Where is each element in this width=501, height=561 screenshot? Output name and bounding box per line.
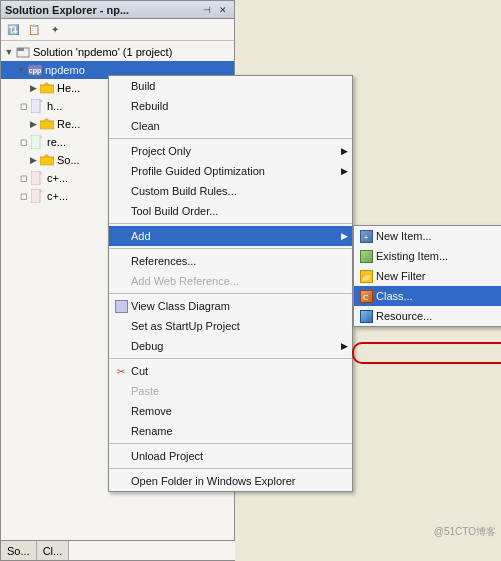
menu-add-label: Add [131,230,151,242]
add-submenu: + New Item... Existing Item... 📁 New Fil… [353,225,501,327]
se-toolbar: 🔃 📋 ✦ [1,19,234,41]
menu-view-class-diagram-label: View Class Diagram [131,300,230,312]
view-class-diagram-icon [113,298,129,314]
resource-icon [358,308,374,324]
se-tab-solution[interactable]: So... [1,541,37,560]
cut-icon: ✂ [113,363,129,379]
menu-debug-label: Debug [131,340,163,352]
menu-item-rename[interactable]: Rename [109,421,352,441]
se-tab-class[interactable]: Cl... [37,541,70,560]
solution-node[interactable]: ▼ Solution 'npdemo' (1 project) [1,43,234,61]
add-arrow: ▶ [341,231,348,241]
menu-build-label: Build [131,80,155,92]
file-he-icon [29,98,45,114]
solution-label: Solution 'npdemo' (1 project) [33,46,172,58]
svg-marker-7 [40,135,43,138]
svg-text:cpp: cpp [29,67,41,75]
menu-item-tool-build[interactable]: Tool Build Order... [109,201,352,221]
menu-project-only-label: Project Only [131,145,191,157]
se-bottom-tabs: So... Cl... [1,540,236,560]
project-label: npdemo [45,64,85,76]
se-title-text: Solution Explorer - np... [5,4,129,16]
submenu-class[interactable]: C Class... [354,286,501,306]
watermark: @51CTO博客 [434,525,496,539]
se-titlebar: Solution Explorer - np... ⊣ ✕ [1,1,234,19]
menu-custom-build-label: Custom Build Rules... [131,185,237,197]
menu-item-unload[interactable]: Unload Project [109,446,352,466]
submenu-resource[interactable]: Resource... [354,306,501,326]
menu-set-startup-label: Set as StartUp Project [131,320,240,332]
menu-item-clean[interactable]: Clean [109,116,352,136]
menu-item-references[interactable]: References... [109,251,352,271]
menu-item-rebuild[interactable]: Rebuild [109,96,352,116]
svg-rect-10 [31,189,40,203]
menu-rebuild-label: Rebuild [131,100,168,112]
menu-item-pgo[interactable]: Profile Guided Optimization ▶ [109,161,352,181]
menu-item-project-only[interactable]: Project Only ▶ [109,141,352,161]
new-item-label: New Item... [376,230,432,242]
menu-rename-label: Rename [131,425,173,437]
folder-re-expander[interactable]: ▶ [27,119,39,129]
solution-expander[interactable]: ▼ [3,47,15,57]
context-menu: Build Rebuild Clean Project Only ▶ Profi… [108,75,353,492]
menu-references-label: References... [131,255,196,267]
menu-open-folder-label: Open Folder in Windows Explorer [131,475,295,487]
project-expander[interactable]: ▼ [15,65,27,75]
submenu-new-filter[interactable]: 📁 New Filter [354,266,501,286]
existing-item-icon [358,248,374,264]
submenu-new-item[interactable]: + New Item... [354,226,501,246]
se-close-button[interactable]: ✕ [216,3,230,17]
menu-item-remove[interactable]: Remove [109,401,352,421]
folder-re-icon [39,116,55,132]
submenu-existing-item[interactable]: Existing Item... [354,246,501,266]
menu-item-build[interactable]: Build [109,76,352,96]
separator-1 [109,138,352,139]
separator-7 [109,468,352,469]
solution-icon [15,44,31,60]
separator-4 [109,293,352,294]
file-he-label: h... [47,100,62,112]
menu-item-add-web-ref: Add Web Reference... [109,271,352,291]
folder-he-expander[interactable]: ▶ [27,83,39,93]
svg-rect-6 [31,135,40,149]
existing-item-label: Existing Item... [376,250,448,262]
new-filter-icon: 📁 [358,268,374,284]
menu-item-open-folder[interactable]: Open Folder in Windows Explorer [109,471,352,491]
se-pin-button[interactable]: ⊣ [200,3,214,17]
new-filter-label: New Filter [376,270,426,282]
file-so-icon2 [29,188,45,204]
separator-2 [109,223,352,224]
resource-label: Resource... [376,310,432,322]
debug-arrow: ▶ [341,341,348,351]
menu-item-view-class-diagram[interactable]: View Class Diagram [109,296,352,316]
svg-marker-5 [40,99,43,102]
folder-re-sub-exp[interactable]: ◻ [17,137,29,147]
menu-item-cut[interactable]: ✂ Cut [109,361,352,381]
project-icon: cpp [27,62,43,78]
menu-item-set-startup[interactable]: Set as StartUp Project [109,316,352,336]
menu-cut-label: Cut [131,365,148,377]
class-icon: C [358,288,374,304]
file-so-label1: c+... [47,172,68,184]
menu-item-paste: Paste [109,381,352,401]
new-item-icon: + [358,228,374,244]
folder-he-sub-exp[interactable]: ◻ [17,101,29,111]
menu-item-debug[interactable]: Debug ▶ [109,336,352,356]
new-icon[interactable]: ✦ [45,21,65,39]
menu-unload-label: Unload Project [131,450,203,462]
se-title-icons: ⊣ ✕ [200,3,230,17]
folder-re-label: Re... [57,118,80,130]
properties-icon[interactable]: 📋 [24,21,44,39]
menu-tool-build-label: Tool Build Order... [131,205,218,217]
file-so-icon1 [29,170,45,186]
menu-item-add[interactable]: Add ▶ + New Item... Existing Item... [109,226,352,246]
folder-he-icon [39,80,55,96]
menu-item-custom-build[interactable]: Custom Build Rules... [109,181,352,201]
menu-paste-label: Paste [131,385,159,397]
pgo-arrow: ▶ [341,166,348,176]
folder-so-expander[interactable]: ▶ [27,155,39,165]
separator-5 [109,358,352,359]
menu-add-web-ref-label: Add Web Reference... [131,275,239,287]
sync-icon[interactable]: 🔃 [3,21,23,39]
file-so-label2: c+... [47,190,68,202]
